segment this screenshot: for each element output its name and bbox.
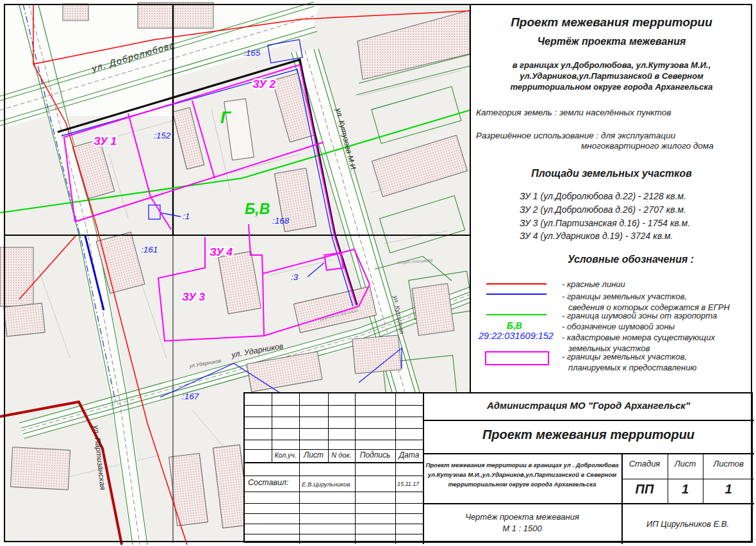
desc-line-3: территориальном округе города Архангельс… — [425, 481, 619, 488]
stage-value: ПП — [621, 482, 668, 497]
title-block: Кол.уч. Лист N док. Подпись Дата Состави… — [243, 392, 753, 543]
legend-heading: Условные обозначения : — [471, 254, 752, 265]
boundaries-line-2: ул.Ударников,ул.Партизанской в Северном — [471, 71, 752, 81]
col-header-data: Дата — [395, 451, 423, 459]
desc-line-2: ул.Кутузова М.И.,ул.Ударников,ул.Партиза… — [425, 471, 619, 478]
land-category: Категория земель : земли населённых пунк… — [476, 108, 671, 117]
boundaries-line-3: территориальном округе города Архангельс… — [471, 82, 752, 92]
legend-red-line-sample — [486, 283, 546, 285]
panel-subtitle: Чертёж проекта межевания — [471, 36, 752, 47]
col-header-podpis: Подпись — [355, 451, 395, 459]
sheets-value: 1 — [703, 482, 754, 497]
cad-label-152: :152 — [154, 131, 171, 140]
organization: Администрация МО "Город Архангельск" — [423, 400, 754, 411]
zone-label-bv: Б,В — [245, 201, 270, 217]
stage-header: Стадия — [621, 459, 668, 468]
legend-cad-label-1: - кадастровые номера существующих — [562, 333, 715, 342]
legend-green-line-sample — [486, 314, 546, 315]
boundaries-line-1: в границах ул.Добролюбова, ул.Кутузова М… — [471, 60, 752, 70]
legend-red-label: - красные линии — [562, 279, 625, 289]
legend-egrn-label-1: - границы земельных участков, — [562, 292, 687, 301]
project-title: Проект межевания территории — [423, 427, 754, 442]
area-zu2: ЗУ 2 (ул.Добролюбова д.26) - 2707 кв.м. — [520, 204, 686, 215]
zone-label-g: Г — [220, 108, 231, 127]
col-header-ndok: N док. — [328, 451, 355, 459]
cad-label-1: :1 — [183, 211, 190, 221]
area-zu4: ЗУ 4 (ул.Ударников д.19) - 3724 кв.м. — [520, 231, 673, 241]
legend-blue-line-sample — [486, 294, 546, 295]
legend-plot-sample — [485, 351, 549, 365]
cad-label-165: :165 — [243, 48, 261, 58]
legend-plot-label-2: планируемых к предоставлению — [568, 363, 696, 372]
areas-heading: Площади земельных участков — [471, 168, 752, 179]
plot-label-zu2: ЗУ 2 — [252, 78, 276, 90]
plot-label-zu1: ЗУ 1 — [94, 135, 117, 147]
cad-label-168: :168 — [272, 216, 290, 226]
area-zu1: ЗУ 1 (ул.Добролюбова д.22) - 2128 кв.м. — [520, 191, 686, 201]
legend-noise-label: - граница шумовой зоны от аэропорта — [562, 311, 717, 320]
col-header-list: Лист — [299, 451, 328, 459]
cad-label-167: :167 — [182, 392, 199, 401]
permitted-use-line-2: многоквартирного жилого дома — [581, 141, 714, 151]
col-header-koluch: Кол.уч. — [272, 451, 299, 459]
legend-zone-sample: Б,В — [507, 320, 522, 331]
composed-name: Е.В.Цирульников — [302, 481, 350, 488]
composed-date: 15.11.17 — [397, 481, 419, 487]
cad-label-3: :3 — [291, 272, 299, 282]
info-panel: Проект межевания территории Чертёж проек… — [470, 5, 752, 393]
plot-label-zu4: ЗУ 4 — [210, 246, 233, 258]
composed-label: Составил: — [248, 478, 288, 487]
legend-plot-label-1: - границы земельных участков, — [562, 352, 687, 361]
legend-zone-label: - обозначение шумовой зоны — [562, 322, 675, 331]
panel-title: Проект межевания территории — [471, 15, 752, 29]
permitted-use-line-1: Разрешённое использование : для эксплуат… — [476, 131, 675, 140]
legend-cad-sample: 29:22:031609:152 — [479, 331, 554, 341]
sheets-header: Листов — [703, 459, 754, 468]
drawing-scale: М 1 : 1500 — [423, 524, 621, 533]
sheet-header: Лист — [668, 459, 703, 468]
drawing-name: Чертёж проекта межевания — [423, 512, 621, 522]
sheet: ул. Добролюбова ул. Кутузова М.И. ул. Ку… — [0, 0, 756, 546]
plot-label-zu3: ЗУ 3 — [182, 291, 206, 303]
cad-label-161: :161 — [141, 245, 158, 254]
sheet-value: 1 — [668, 482, 703, 497]
area-zu3: ЗУ 3 (ул.Партизанская д.16) - 1754 кв.м. — [520, 218, 690, 228]
author: ИП Цирульников Е.В. — [621, 519, 754, 529]
